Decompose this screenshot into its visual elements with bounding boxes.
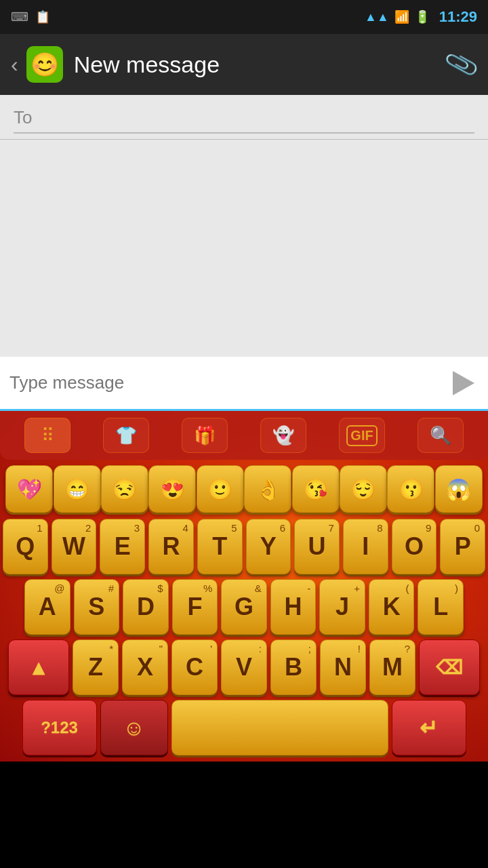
page-title: New message (74, 52, 447, 78)
key-q[interactable]: 1Q (3, 519, 48, 574)
key-u[interactable]: 7U (294, 519, 340, 574)
key-v[interactable]: :V (221, 639, 267, 695)
key-g[interactable]: &G (221, 579, 267, 635)
emoji-key-2[interactable]: 😁 (54, 465, 101, 513)
emoji-gif-button[interactable]: GIF (339, 418, 385, 453)
key-b[interactable]: ;B (270, 639, 317, 695)
ghost-icon: 👻 (272, 425, 294, 446)
emoji-key-4[interactable]: 😍 (148, 465, 196, 513)
app-icon: 😊 (26, 46, 63, 83)
emoji-key-8[interactable]: 😌 (340, 465, 387, 513)
emoji-toolbar: ⠿ 👕 🎁 👻 GIF 🔍 (0, 411, 488, 460)
key-w[interactable]: 2W (52, 519, 97, 574)
key-a[interactable]: @A (24, 579, 70, 635)
grid-icon: ⠿ (41, 425, 54, 446)
keyboard-status-icon: ⌨ (11, 9, 28, 24)
send-icon (453, 371, 474, 395)
emoji-key-1[interactable]: 💖 (5, 465, 53, 513)
send-button[interactable] (443, 366, 479, 401)
to-label: To (14, 107, 32, 127)
emoji-key-9[interactable]: 😗 (387, 465, 434, 513)
key-e[interactable]: 3E (100, 519, 145, 574)
to-underline (14, 132, 474, 134)
emoji-shirt-button[interactable]: 👕 (103, 418, 149, 453)
keyboard-content: ⠿ 👕 🎁 👻 GIF 🔍 💖 😁 😒 😍 🙂 (0, 411, 488, 761)
key-row-2: @A #S $D %F &G -H +J (K )L (0, 577, 488, 637)
to-field-container[interactable]: To (0, 95, 488, 140)
key-o[interactable]: 9O (392, 519, 437, 574)
key-l[interactable]: )L (418, 579, 464, 635)
message-input[interactable] (9, 372, 443, 393)
emoji-ad-button[interactable]: 🎁 (182, 418, 228, 453)
key-j[interactable]: +J (319, 579, 365, 635)
emoji-key-7[interactable]: 😘 (292, 465, 340, 513)
shirt-icon: 👕 (115, 425, 137, 446)
key-row-3: ▲ *Z "X 'C :V ;B !N ?M ⌫ (0, 637, 488, 697)
emoji-keyboard-button[interactable]: ☺ (100, 700, 168, 755)
status-bar-right: ▲▲ 📶 🔋 11:29 (365, 8, 477, 26)
key-n[interactable]: !N (320, 639, 366, 695)
key-c[interactable]: 'C (171, 639, 218, 695)
gif-icon: GIF (346, 425, 377, 446)
emoji-ghost-button[interactable]: 👻 (260, 418, 306, 453)
message-area: To (0, 95, 488, 357)
numbers-label: ?123 (41, 718, 78, 737)
app-icon-face: 😊 (30, 51, 59, 78)
emoji-key-5[interactable]: 🙂 (197, 465, 244, 513)
key-row-1: 1Q 2W 3E 4R 5T 6Y 7U 8I 9O 0P (0, 517, 488, 576)
emoji-row: 💖 😁 😒 😍 🙂 👌 😘 😌 😗 😱 (0, 462, 488, 515)
app-bar: ‹ 😊 New message 📎 (0, 34, 488, 95)
wifi-icon: ▲▲ (365, 10, 389, 24)
key-z[interactable]: *Z (73, 639, 119, 695)
key-p[interactable]: 0P (440, 519, 485, 574)
key-k[interactable]: (K (369, 579, 415, 635)
attach-button[interactable]: 📎 (443, 46, 481, 83)
key-row-4: ?123 ☺ ↵ (0, 698, 488, 761)
emoji-key-6[interactable]: 👌 (244, 465, 291, 513)
key-t[interactable]: 5T (197, 519, 243, 574)
type-message-bar[interactable] (0, 357, 488, 411)
numbers-button[interactable]: ?123 (22, 700, 97, 755)
key-f[interactable]: %F (172, 579, 218, 635)
key-y[interactable]: 6Y (246, 519, 291, 574)
enter-button[interactable]: ↵ (392, 700, 466, 755)
back-button[interactable]: ‹ (11, 52, 18, 77)
key-d[interactable]: $D (123, 579, 169, 635)
battery-icon: 🔋 (415, 9, 430, 24)
space-button[interactable] (171, 700, 388, 755)
clipboard-status-icon: 📋 (35, 9, 50, 24)
key-h[interactable]: -H (270, 579, 317, 635)
keyboard-area: ⠿ 👕 🎁 👻 GIF 🔍 💖 😁 😒 😍 🙂 (0, 411, 488, 762)
emoji-key-10[interactable]: 😱 (435, 465, 483, 513)
key-x[interactable]: "X (122, 639, 168, 695)
key-r[interactable]: 4R (148, 519, 194, 574)
key-s[interactable]: #S (74, 579, 120, 635)
status-bar-left: ⌨ 📋 (11, 9, 50, 24)
backspace-button[interactable]: ⌫ (419, 639, 480, 695)
emoji-search-button[interactable]: 🔍 (418, 418, 464, 453)
signal-icon: 📶 (394, 9, 409, 24)
clock: 11:29 (439, 8, 477, 26)
shift-button[interactable]: ▲ (8, 639, 69, 695)
search-icon: 🔍 (430, 425, 451, 446)
status-bar: ⌨ 📋 ▲▲ 📶 🔋 11:29 (0, 0, 488, 34)
message-body[interactable] (0, 140, 488, 357)
emoji-grid-button[interactable]: ⠿ (24, 418, 70, 453)
ad-icon: 🎁 (194, 425, 216, 446)
emoji-key-3[interactable]: 😒 (101, 465, 148, 513)
key-m[interactable]: ?M (369, 639, 415, 695)
key-i[interactable]: 8I (343, 519, 388, 574)
